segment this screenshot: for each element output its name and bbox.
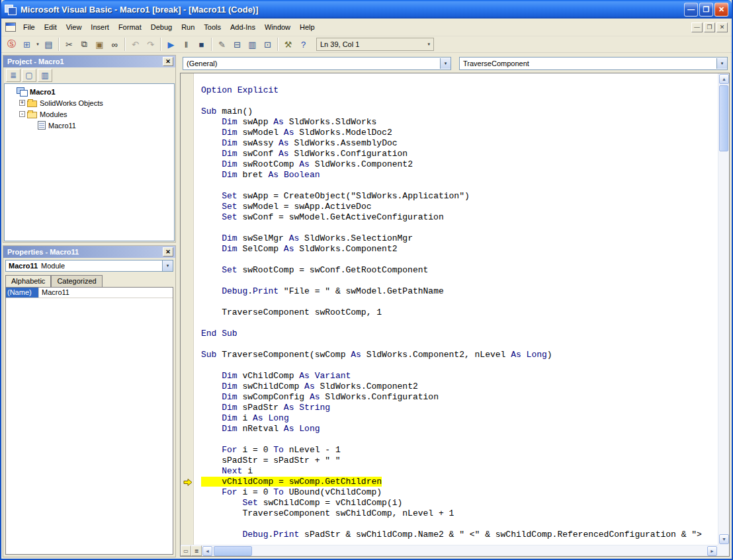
stop-icon[interactable]: ■ bbox=[194, 37, 209, 52]
child-minimize-button[interactable]: — bbox=[691, 22, 703, 32]
run-icon[interactable]: ▶ bbox=[163, 37, 179, 52]
design-mode-icon[interactable]: ✎ bbox=[214, 37, 230, 52]
project-panel-header[interactable]: Project - Macro1 ✕ bbox=[3, 56, 175, 67]
code-line[interactable]: Debug.Print "File = " & swModel.GetPathN… bbox=[201, 286, 718, 297]
minimize-button[interactable]: — bbox=[684, 3, 698, 17]
title-bar[interactable]: Microsoft Visual Basic - Macro1 [break] … bbox=[1, 0, 732, 19]
menu-item-help[interactable]: Help bbox=[295, 20, 320, 34]
child-restore-button[interactable]: ❐ bbox=[704, 22, 715, 32]
project-panel-close-icon[interactable]: ✕ bbox=[163, 57, 173, 66]
copy-icon[interactable]: ⧉ bbox=[77, 37, 92, 52]
toolbox-icon[interactable]: ⚒ bbox=[280, 37, 296, 52]
code-line[interactable]: sPadStr = sPadStr + " " bbox=[201, 456, 718, 466]
menu-item-insert[interactable]: Insert bbox=[86, 20, 114, 34]
properties-icon[interactable]: ▥ bbox=[245, 37, 260, 52]
close-button[interactable]: ✕ bbox=[714, 3, 728, 17]
properties-panel-close-icon[interactable]: ✕ bbox=[163, 247, 173, 257]
procedure-view-button[interactable]: ▭ bbox=[181, 545, 191, 556]
horizontal-scroll-thumb[interactable] bbox=[214, 546, 252, 556]
code-line[interactable]: Dim swApp As SldWorks.SldWorks bbox=[201, 117, 718, 128]
code-line[interactable]: Dim bret As Boolean bbox=[201, 170, 718, 180]
code-line[interactable]: Set swConf = swModel.GetActiveConfigurat… bbox=[201, 212, 718, 223]
code-line[interactable] bbox=[201, 276, 718, 286]
code-line[interactable]: Option Explicit bbox=[201, 85, 718, 96]
chevron-down-icon[interactable]: ▾ bbox=[716, 58, 727, 69]
chevron-down-icon[interactable]: ▾ bbox=[440, 58, 451, 69]
tree-item-modules[interactable]: -Modules bbox=[5, 108, 174, 120]
code-line[interactable]: Dim swSelMgr As SldWorks.SelectionMgr bbox=[201, 233, 718, 244]
object-dropdown[interactable]: (General) ▾ bbox=[183, 57, 451, 70]
vertical-scrollbar[interactable]: ▲ ▼ bbox=[718, 73, 729, 545]
help-icon[interactable]: ? bbox=[296, 37, 311, 52]
code-line[interactable]: Set swModel = swApp.ActiveDoc bbox=[201, 202, 718, 212]
properties-panel-header[interactable]: Properties - Macro11 ✕ bbox=[3, 246, 175, 258]
code-line[interactable]: Dim swAssy As SldWorks.AssemblyDoc bbox=[201, 138, 718, 149]
code-line[interactable]: For i = 0 To nLevel - 1 bbox=[201, 445, 718, 456]
menu-item-format[interactable]: Format bbox=[114, 20, 146, 34]
procedure-dropdown[interactable]: TraverseComponent ▾ bbox=[459, 57, 728, 70]
menu-item-debug[interactable]: Debug bbox=[146, 20, 177, 34]
full-module-view-button[interactable]: ≣ bbox=[191, 545, 202, 556]
code-line[interactable] bbox=[201, 318, 718, 329]
menu-item-view[interactable]: View bbox=[62, 20, 87, 34]
solidworks-icon[interactable]: Ⓢ bbox=[4, 37, 19, 52]
tree-item-macro11[interactable]: Macro11 bbox=[5, 120, 174, 131]
horizontal-scrollbar[interactable]: ▭ ≣ ◄ ► bbox=[181, 545, 718, 556]
margin-indicator-bar[interactable] bbox=[181, 73, 194, 545]
mdi-child-icon[interactable] bbox=[5, 22, 16, 32]
menu-item-add-ins[interactable]: Add-Ins bbox=[226, 20, 260, 34]
code-line[interactable]: Dim nRetval As Long bbox=[201, 424, 718, 434]
tree-item-macro1[interactable]: Macro1 bbox=[5, 86, 174, 97]
chevron-down-icon[interactable]: ▾ bbox=[162, 260, 173, 271]
code-lines[interactable]: Option ExplicitSub main() Dim swApp As S… bbox=[194, 73, 718, 545]
restore-button[interactable]: ❐ bbox=[699, 3, 713, 17]
view-code-icon[interactable]: ≣ bbox=[6, 69, 21, 82]
scroll-left-icon[interactable]: ◄ bbox=[202, 546, 212, 556]
code-line[interactable] bbox=[201, 223, 718, 233]
tab-alphabetic[interactable]: Alphabetic bbox=[5, 275, 51, 287]
code-line[interactable]: TraverseComponent swRootComp, 1 bbox=[201, 307, 718, 318]
chevron-down-icon[interactable]: ▾ bbox=[34, 42, 41, 47]
code-line[interactable]: Dim swChildComp As SldWorks.Component2 bbox=[201, 381, 718, 392]
menu-item-file[interactable]: File bbox=[19, 20, 40, 34]
code-line[interactable] bbox=[201, 519, 718, 530]
code-line[interactable]: Debug.Print sPadStr & swChildComp.Name2 … bbox=[201, 530, 718, 540]
menu-item-tools[interactable]: Tools bbox=[199, 20, 226, 34]
paste-icon[interactable]: ▣ bbox=[92, 37, 107, 52]
toggle-folders-icon[interactable]: ▥ bbox=[38, 69, 52, 82]
code-line[interactable] bbox=[201, 180, 718, 191]
code-line[interactable]: Dim swRootComp As SldWorks.Component2 bbox=[201, 159, 718, 170]
save-icon[interactable]: ▤ bbox=[41, 37, 56, 52]
code-line[interactable] bbox=[201, 360, 718, 371]
chevron-down-icon[interactable]: ▾ bbox=[427, 42, 430, 47]
tree-item-solidworks-objects[interactable]: +SolidWorks Objects bbox=[5, 97, 174, 108]
code-line[interactable] bbox=[201, 255, 718, 265]
code-line[interactable]: Dim sPadStr As String bbox=[201, 403, 718, 413]
menu-item-edit[interactable]: Edit bbox=[40, 20, 62, 34]
view-object-icon[interactable]: ▢ bbox=[22, 69, 36, 82]
code-line[interactable]: Sub TraverseComponent(swComp As SldWorks… bbox=[201, 350, 718, 360]
code-line[interactable]: TraverseComponent swChildComp, nLevel + … bbox=[201, 508, 718, 519]
code-line[interactable]: Dim i As Long bbox=[201, 413, 718, 424]
find-icon[interactable]: ∞ bbox=[107, 37, 122, 52]
property-row[interactable]: (Name)Macro11 bbox=[6, 288, 173, 298]
code-line[interactable]: Next i bbox=[201, 466, 718, 477]
property-value-cell[interactable]: Macro11 bbox=[39, 288, 72, 298]
code-line[interactable]: Dim swConf As SldWorks.Configuration bbox=[201, 149, 718, 159]
cut-icon[interactable]: ✂ bbox=[62, 37, 77, 52]
cursor-position-box[interactable]: Ln 39, Col 1 ▾ bbox=[316, 38, 434, 51]
collapse-icon[interactable]: - bbox=[19, 111, 25, 117]
code-editor[interactable]: Option ExplicitSub main() Dim swApp As S… bbox=[180, 73, 730, 557]
code-line[interactable]: Dim SelComp As SldWorks.Component2 bbox=[201, 244, 718, 255]
child-close-button[interactable]: ✕ bbox=[716, 22, 728, 32]
code-line[interactable]: Set swApp = CreateObject("SldWorks.Appli… bbox=[201, 191, 718, 202]
insert-userform-icon[interactable]: ⊞ bbox=[19, 37, 34, 52]
project-explorer-icon[interactable]: ⊟ bbox=[230, 37, 245, 52]
code-line[interactable] bbox=[201, 96, 718, 106]
code-line[interactable]: End Sub bbox=[201, 329, 718, 339]
code-line[interactable] bbox=[201, 434, 718, 445]
menu-item-run[interactable]: Run bbox=[177, 20, 199, 34]
code-line[interactable]: Set swRootComp = swConf.GetRootComponent bbox=[201, 265, 718, 276]
property-name-cell[interactable]: (Name) bbox=[6, 288, 39, 298]
code-line[interactable]: Set swChildComp = vChildComp(i) bbox=[201, 498, 718, 508]
